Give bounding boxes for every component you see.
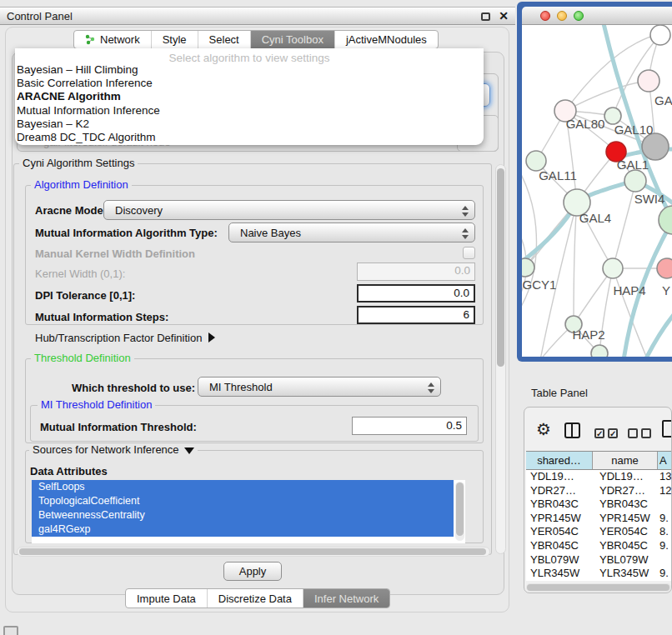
column-header-shared-name[interactable]: shared… <box>526 452 593 469</box>
sources-title[interactable]: Sources for Network Inference <box>29 443 198 456</box>
scrollbar-thumb[interactable] <box>497 168 504 367</box>
table-cell[interactable]: YBL079W <box>526 553 593 568</box>
algorithm-option[interactable]: Dream8 DC_TDC Algorithm <box>15 131 484 144</box>
settings-horizontal-scrollbar[interactable] <box>17 547 490 557</box>
table-cell[interactable]: YPR145W <box>593 512 658 526</box>
close-traffic-light[interactable] <box>540 11 550 21</box>
table-cell[interactable]: 13 <box>658 470 672 484</box>
mi-steps-input[interactable]: 6 <box>357 306 475 324</box>
document-icon[interactable] <box>662 420 672 438</box>
table-cell[interactable]: YLR345W <box>593 567 658 581</box>
float-window-icon[interactable] <box>481 12 490 21</box>
table-row[interactable]: YER054CYER054C8. <box>526 525 672 539</box>
table-row[interactable]: YBR045CYBR045C9. <box>526 539 672 553</box>
network-node[interactable] <box>638 70 659 92</box>
network-node[interactable] <box>522 258 534 277</box>
tab-jactivemnodules[interactable]: jActiveMNodules <box>335 31 438 48</box>
scrollbar-thumb[interactable] <box>456 482 464 536</box>
settings-vertical-scrollbar[interactable] <box>495 164 506 554</box>
table-cell[interactable]: YBR045C <box>593 539 658 553</box>
network-window-titlebar[interactable] <box>522 7 672 25</box>
checked-checkbox-icon[interactable]: ✓ <box>594 428 604 438</box>
checked-checkbox-icon[interactable]: ✓ <box>608 428 618 438</box>
mi-algorithm-type-combobox[interactable]: Naive Bayes <box>228 222 475 242</box>
which-threshold-combobox[interactable]: MI Threshold <box>198 377 441 397</box>
network-node[interactable] <box>650 25 670 45</box>
table-cell[interactable]: YDL19… <box>526 470 593 484</box>
tab-cyni-toolbox[interactable]: Cyni Toolbox <box>251 31 335 48</box>
attribute-item[interactable]: SelfLoops <box>32 480 454 494</box>
table-row[interactable]: YBL079WYBL079W <box>526 553 672 568</box>
table-body: YDL19…YDL19…13YDR27…YDR27…12YBR043CYBR04… <box>526 470 672 581</box>
zoom-traffic-light[interactable] <box>574 11 584 21</box>
network-node[interactable] <box>591 345 608 357</box>
network-node[interactable] <box>604 108 621 124</box>
network-node[interactable] <box>642 133 669 160</box>
table-horizontal-scrollbar[interactable] <box>526 583 671 592</box>
unchecked-checkbox-icon[interactable] <box>641 428 651 438</box>
columns-icon[interactable] <box>564 422 580 438</box>
table-cell[interactable]: YDR27… <box>526 484 593 498</box>
kernel-width-input[interactable]: 0.0 <box>357 262 475 281</box>
apply-button[interactable]: Apply <box>223 562 282 581</box>
aracne-mode-combobox[interactable]: Discovery <box>103 200 475 220</box>
table-cell[interactable]: YER054C <box>526 525 593 539</box>
table-cell[interactable]: YER054C <box>593 525 658 539</box>
table-cell[interactable]: YBL079W <box>593 553 658 568</box>
table-cell[interactable] <box>658 553 672 568</box>
node-label: GAL <box>654 93 672 108</box>
gear-icon[interactable]: ⚙ <box>536 419 551 439</box>
attribute-item[interactable]: gal4RGexp <box>32 522 454 537</box>
tab-network[interactable]: Network <box>74 31 152 48</box>
tab-style[interactable]: Style <box>152 31 198 48</box>
tab-select[interactable]: Select <box>198 31 251 48</box>
algorithm-option[interactable]: Bayesian – Hill Climbing <box>15 63 484 77</box>
table-cell[interactable]: 12 <box>658 484 672 498</box>
close-icon[interactable]: ✕ <box>499 9 509 22</box>
scrollbar-thumb[interactable] <box>527 584 669 591</box>
table-cell[interactable]: YDL19… <box>593 470 658 484</box>
table-row[interactable]: YDR27…YDR27…12 <box>526 484 672 498</box>
unchecked-checkbox-icon[interactable] <box>628 428 638 438</box>
restore-panel-button[interactable] <box>3 626 18 635</box>
network-canvas[interactable]: GALGAL80GAL10GAL1GAL11SWI4GAL4GCY1HAP4YH… <box>522 25 672 357</box>
dpi-tolerance-input[interactable]: 0.0 <box>357 284 475 302</box>
algorithm-option[interactable]: ARACNE Algorithm <box>15 90 484 103</box>
column-header-clipped[interactable]: A <box>658 452 672 469</box>
table-row[interactable]: YBR043CYBR043C <box>526 498 672 512</box>
algorithm-option[interactable]: Bayesian – K2 <box>15 118 484 131</box>
table-cell[interactable]: 9. <box>658 512 672 526</box>
table-cell[interactable]: 9. <box>658 539 672 553</box>
tab-discretize-data[interactable]: Discretize Data <box>208 589 303 608</box>
table-cell[interactable] <box>658 498 672 512</box>
network-node[interactable] <box>624 170 646 192</box>
hub-definition-expander[interactable]: Hub/Transcription Factor Definition <box>35 332 215 344</box>
algorithm-option[interactable]: Basic Correlation Inference <box>15 77 484 90</box>
scrollbar-thumb[interactable] <box>19 548 486 555</box>
manual-kernel-width-checkbox[interactable] <box>463 247 475 259</box>
tab-infer-network[interactable]: Infer Network <box>303 589 389 608</box>
table-cell[interactable]: 9. <box>658 567 672 581</box>
table-row[interactable]: YDL19…YDL19…13 <box>526 470 672 484</box>
table-cell[interactable]: YBR043C <box>593 498 658 512</box>
algorithm-option[interactable]: Mutual Information Inference <box>15 104 484 118</box>
minimize-traffic-light[interactable] <box>557 11 567 21</box>
network-node[interactable] <box>603 258 623 278</box>
kernel-width-label: Kernel Width (0,1): <box>35 268 125 280</box>
tab-impute-data[interactable]: Impute Data <box>126 589 208 608</box>
network-node[interactable] <box>657 258 672 278</box>
table-cell[interactable]: YLR345W <box>526 567 593 581</box>
attribute-item[interactable]: TopologicalCoefficient <box>32 494 454 508</box>
network-node[interactable] <box>659 206 672 234</box>
table-cell[interactable]: YBR043C <box>526 498 593 512</box>
table-cell[interactable]: YDR27… <box>593 484 658 498</box>
table-cell[interactable]: 8. <box>658 525 672 539</box>
attribute-item[interactable]: BetweennessCentrality <box>32 508 454 522</box>
column-header-name[interactable]: name <box>593 452 658 469</box>
list-scrollbar[interactable] <box>455 482 464 541</box>
table-cell[interactable]: YPR145W <box>526 512 593 526</box>
table-cell[interactable]: YBR045C <box>526 539 593 553</box>
mi-threshold-input[interactable]: 0.5 <box>352 417 467 435</box>
table-row[interactable]: YLR345WYLR345W9. <box>526 567 672 581</box>
table-row[interactable]: YPR145WYPR145W9. <box>526 512 672 526</box>
